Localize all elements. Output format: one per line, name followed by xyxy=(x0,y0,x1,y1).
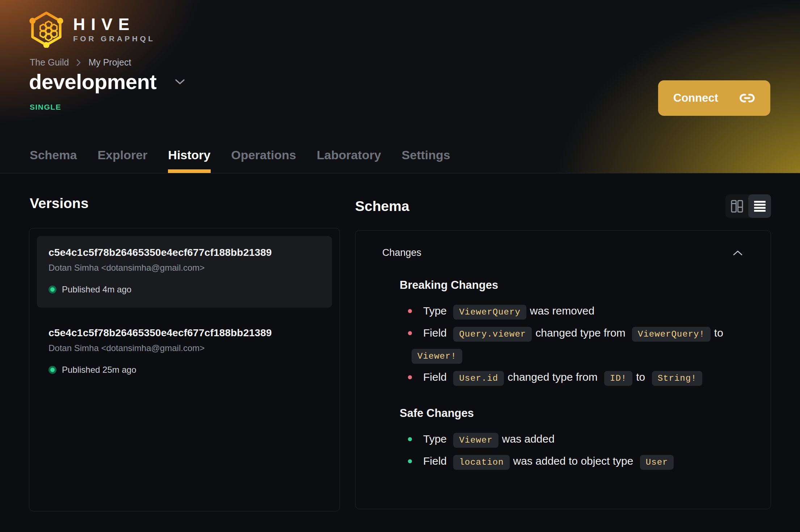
page-title: development xyxy=(29,70,156,93)
schema-panel: Schema Changes xyxy=(355,194,771,511)
code-chip: User.id xyxy=(453,371,504,386)
change-item: Field Query.viewerchanged type from View… xyxy=(408,322,745,367)
changes-header: Changes xyxy=(382,247,745,258)
collapse-button[interactable] xyxy=(730,248,745,258)
version-hash: c5e4c1c5f78b26465350e4ecf677cf188bb21389 xyxy=(49,327,320,339)
tab-bar: SchemaExplorerHistoryOperationsLaborator… xyxy=(30,148,450,173)
published-dot-icon xyxy=(49,286,56,294)
breadcrumb-org[interactable]: The Guild xyxy=(30,57,69,68)
change-text: Type xyxy=(423,433,447,445)
version-card[interactable]: c5e4c1c5f78b26465350e4ecf677cf188bb21389… xyxy=(37,236,332,308)
breadcrumb-project[interactable]: My Project xyxy=(88,57,131,68)
list-view-button[interactable] xyxy=(748,194,771,218)
breadcrumb: The Guild My Project xyxy=(30,57,131,68)
tab-settings[interactable]: Settings xyxy=(402,148,450,173)
code-chip: location xyxy=(453,455,509,470)
code-chip: Viewer xyxy=(453,433,498,448)
tab-history[interactable]: History xyxy=(168,148,210,173)
change-list: Type ViewerQuerywas removedField Query.v… xyxy=(408,300,745,389)
schema-header: Schema xyxy=(355,194,771,218)
connect-label: Connect xyxy=(673,92,718,105)
chevron-down-icon xyxy=(174,79,185,85)
versions-list: c5e4c1c5f78b26465350e4ecf677cf188bb21389… xyxy=(29,228,340,511)
section-title: Breaking Changes xyxy=(400,279,745,292)
chevron-up-icon xyxy=(732,250,743,256)
view-toggle xyxy=(725,194,771,218)
published-dot-icon xyxy=(49,366,56,374)
schema-title: Schema xyxy=(355,198,409,215)
link-icon xyxy=(739,90,755,106)
version-status-text: Published 4m ago xyxy=(62,284,131,295)
code-chip: ViewerQuery! xyxy=(632,327,711,342)
change-list: Type Viewerwas addedField locationwas ad… xyxy=(408,428,745,473)
change-item: Field User.idchanged type from ID!to Str… xyxy=(408,367,745,389)
change-text: Field xyxy=(423,371,447,383)
changes-panel: Changes Breaking ChangesType ViewerQuery… xyxy=(355,230,771,509)
brand-tagline: FOR GRAPHQL xyxy=(73,35,155,42)
code-chip: ID! xyxy=(604,371,632,386)
title-row: development xyxy=(29,70,187,93)
brand-name: HIVE xyxy=(73,16,155,33)
connect-button[interactable]: Connect xyxy=(658,80,770,116)
change-text: was removed xyxy=(530,305,594,317)
brand: HIVE FOR GRAPHQL xyxy=(29,10,155,48)
code-chip: String! xyxy=(652,371,703,386)
changes-title: Changes xyxy=(382,247,421,258)
change-item: Type Viewerwas added xyxy=(408,428,745,451)
version-status-text: Published 25m ago xyxy=(62,365,136,375)
chevron-right-icon xyxy=(76,59,81,67)
columns-view-button[interactable] xyxy=(725,194,748,218)
target-selector-button[interactable] xyxy=(173,77,187,86)
versions-panel: Versions c5e4c1c5f78b26465350e4ecf677cf1… xyxy=(29,194,340,511)
list-view-icon xyxy=(753,199,767,214)
change-text: changed type from xyxy=(508,371,597,383)
change-text: was added xyxy=(502,433,555,445)
change-text: Type xyxy=(423,305,447,317)
tab-operations[interactable]: Operations xyxy=(231,148,296,173)
change-text: to xyxy=(714,327,723,339)
version-author: Dotan Simha <dotansimha@gmail.com> xyxy=(49,343,320,353)
header: HIVE FOR GRAPHQL The Guild My Project de… xyxy=(0,0,800,173)
change-text: to xyxy=(636,371,645,383)
versions-title: Versions xyxy=(30,195,340,212)
version-author: Dotan Simha <dotansimha@gmail.com> xyxy=(49,263,320,273)
target-type-badge: SINGLE xyxy=(30,103,61,111)
version-hash: c5e4c1c5f78b26465350e4ecf677cf188bb21389 xyxy=(49,247,320,258)
change-item: Type ViewerQuerywas removed xyxy=(408,300,745,322)
columns-view-icon xyxy=(730,199,744,214)
change-text: Field xyxy=(423,455,447,467)
tab-laboratory[interactable]: Laboratory xyxy=(317,148,381,173)
code-chip: User xyxy=(640,455,674,470)
main-content: Versions c5e4c1c5f78b26465350e4ecf677cf1… xyxy=(0,173,800,511)
code-chip: Viewer! xyxy=(412,349,462,364)
code-chip: Query.viewer xyxy=(453,327,532,342)
change-text: Field xyxy=(423,327,447,339)
hive-logo-icon xyxy=(29,10,64,48)
change-item: Field locationwas added to object type U… xyxy=(408,451,745,473)
changes-body: Breaking ChangesType ViewerQuerywas remo… xyxy=(382,258,745,473)
tab-schema[interactable]: Schema xyxy=(30,148,77,173)
change-text: changed type from xyxy=(535,327,625,339)
changes-section-safe: Safe ChangesType Viewerwas addedField lo… xyxy=(400,407,745,473)
version-status: Published 25m ago xyxy=(49,365,320,375)
version-card[interactable]: c5e4c1c5f78b26465350e4ecf677cf188bb21389… xyxy=(37,316,332,388)
change-text: was added to object type xyxy=(513,455,633,467)
code-chip: ViewerQuery xyxy=(453,305,526,320)
section-title: Safe Changes xyxy=(400,407,745,420)
tab-explorer[interactable]: Explorer xyxy=(97,148,147,173)
version-status: Published 4m ago xyxy=(49,284,320,295)
changes-section-breaking: Breaking ChangesType ViewerQuerywas remo… xyxy=(400,279,745,389)
